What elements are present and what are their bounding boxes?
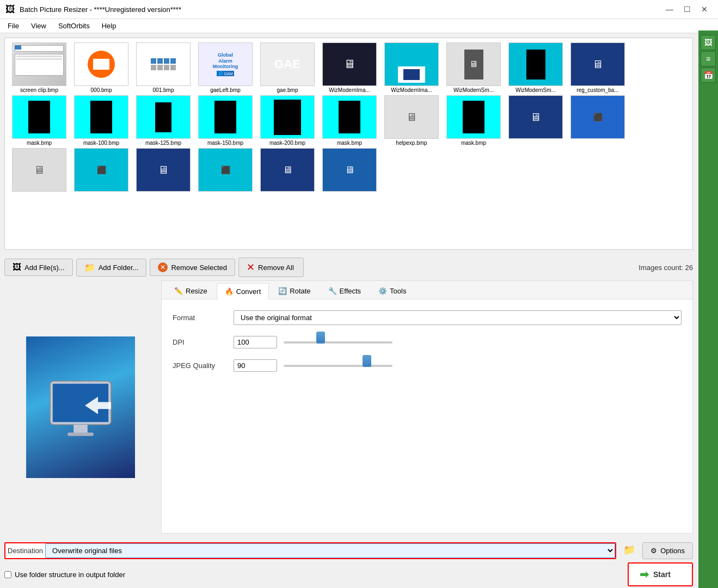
thumb-label: helpexp.bmp xyxy=(382,140,441,146)
bottom-row2: Use folder structure in output folder ➡ … xyxy=(4,562,693,586)
thumbnail-icon7[interactable]: 🖥 xyxy=(257,148,317,193)
tab-effects[interactable]: 🔧 Effects xyxy=(320,283,370,299)
thumbnail-icon8[interactable]: 🖥 xyxy=(320,148,379,193)
convert-label: Convert xyxy=(236,287,261,296)
thumb-label: mask-150.bmp xyxy=(195,140,255,146)
dpi-input[interactable] xyxy=(234,336,277,348)
thumbnail-mask-125[interactable]: mask-125.bmp xyxy=(133,95,193,146)
main-area: ✏️ Resize 🔥 Convert 🔄 Rotate 🔧 Effects xyxy=(0,280,697,538)
thumb-label: mask.bmp xyxy=(9,140,69,146)
remove-selected-button[interactable]: ✕ Remove Selected xyxy=(150,259,235,276)
thumbnail-helpexp[interactable]: 🖥 helpexp.bmp xyxy=(382,95,441,146)
thumbnail-mask2[interactable]: mask.bmp xyxy=(320,95,379,146)
convert-icon: 🔥 xyxy=(225,287,234,296)
jpeg-quality-label: JPEG Quality xyxy=(173,362,227,370)
thumbnail-wizmodern2[interactable]: WizModernIma... xyxy=(382,42,441,93)
remove-all-icon: ✕ xyxy=(247,261,255,273)
title-bar-controls: — ☐ ✕ xyxy=(661,3,713,15)
sidebar-icon-list[interactable]: ≡ xyxy=(701,51,716,66)
thumbnail-icon2[interactable]: ⬛ xyxy=(568,95,628,146)
dpi-slider-thumb[interactable] xyxy=(316,332,325,344)
start-button[interactable]: ➡ Start xyxy=(628,562,693,586)
start-icon: ➡ xyxy=(640,568,649,581)
destination-box: Destination Overwrite original files Sav… xyxy=(4,542,616,559)
format-select[interactable]: Use the original format BMP JPEG PNG GIF… xyxy=(234,310,682,325)
rotate-icon: 🔄 xyxy=(278,287,287,295)
thumb-label: screen clip.bmp xyxy=(9,87,69,93)
destination-folder-button[interactable]: 📁 xyxy=(619,542,639,558)
menu-help[interactable]: Help xyxy=(96,20,122,32)
jpeg-slider[interactable] xyxy=(284,360,392,372)
thumbnail-mask-100[interactable]: mask-100.bmp xyxy=(71,95,131,146)
thumbnail-gaeleft[interactable]: GlobalAlarmMonitoring 🌐GAM gaeLeft.bmp xyxy=(195,42,255,93)
destination-outer-row: Destination Overwrite original files Sav… xyxy=(4,542,693,559)
bottom-bar: Destination Overwrite original files Sav… xyxy=(0,538,697,588)
menu-bar: File View SoftOrbits Help xyxy=(0,19,718,33)
thumbnail-gae[interactable]: GAE gae.bmp xyxy=(257,42,317,93)
remove-all-label: Remove All xyxy=(258,264,294,272)
menu-softorbits[interactable]: SoftOrbits xyxy=(53,20,95,32)
images-count: Images count: 26 xyxy=(639,264,693,272)
tabs-row: ✏️ Resize 🔥 Convert 🔄 Rotate 🔧 Effects xyxy=(162,281,692,299)
jpeg-quality-input[interactable] xyxy=(234,359,277,372)
thumbnail-icon4[interactable]: ⬛ xyxy=(71,148,131,193)
dpi-row: DPI xyxy=(173,336,682,348)
tab-rotate[interactable]: 🔄 Rotate xyxy=(270,283,318,299)
dpi-slider[interactable] xyxy=(284,336,392,348)
tab-tools[interactable]: ⚙️ Tools xyxy=(370,283,414,299)
thumbnail-icon3[interactable]: 🖥 xyxy=(9,148,69,193)
thumbnail-icon1[interactable]: 🖥 xyxy=(506,95,566,146)
resize-label: Resize xyxy=(186,287,207,295)
thumbnail-icon6[interactable]: ⬛ xyxy=(195,148,255,193)
add-files-label: Add File(s)... xyxy=(24,264,65,272)
toolbar: 🖼 Add File(s)... 📁 Add Folder... ✕ Remov… xyxy=(0,254,697,280)
thumbnail-reg-custom[interactable]: 🖥 reg_custom_ba... xyxy=(568,42,628,93)
thumbnail-mask3[interactable]: mask.bmp xyxy=(444,95,504,146)
thumbnail-mask1[interactable]: mask.bmp xyxy=(9,95,69,146)
format-label: Format xyxy=(173,314,227,322)
menu-file[interactable]: File xyxy=(2,20,24,32)
tab-resize[interactable]: ✏️ Resize xyxy=(166,283,216,299)
thumbnail-icon5[interactable]: 🖥 xyxy=(133,148,193,193)
thumb-label: reg_custom_ba... xyxy=(568,87,628,93)
gear-icon: ⚙ xyxy=(651,547,657,555)
tools-label: Tools xyxy=(390,287,406,295)
thumbnail-wizmodern1[interactable]: 🖥 WizModernIma... xyxy=(320,42,379,93)
svg-rect-3 xyxy=(73,425,88,433)
jpeg-slider-container xyxy=(284,360,682,372)
options-button[interactable]: ⚙ Options xyxy=(642,542,693,559)
sidebar-icon-calendar[interactable]: 📅 xyxy=(701,68,716,83)
thumbnail-000[interactable]: 000.bmp xyxy=(71,42,131,93)
thumb-label: mask-100.bmp xyxy=(71,140,131,146)
add-files-icon: 🖼 xyxy=(13,262,21,272)
jpeg-quality-row: JPEG Quality xyxy=(173,359,682,372)
menu-view[interactable]: View xyxy=(26,20,52,32)
tab-convert[interactable]: 🔥 Convert xyxy=(217,283,269,299)
svg-rect-4 xyxy=(67,432,94,436)
resize-icon: ✏️ xyxy=(174,287,183,295)
thumb-label: mask-200.bmp xyxy=(257,140,317,146)
rotate-label: Rotate xyxy=(290,287,310,295)
image-panel: screen clip.bmp 000.bmp xyxy=(4,38,693,250)
thumbnail-mask-200[interactable]: mask-200.bmp xyxy=(257,95,317,146)
folder-structure-checkbox[interactable] xyxy=(4,571,11,578)
start-label: Start xyxy=(653,570,671,579)
thumbnail-wizmodernsm1[interactable]: 🖥 WizModernSm... xyxy=(444,42,504,93)
destination-select[interactable]: Overwrite original files Save to folder.… xyxy=(45,543,615,558)
close-button[interactable]: ✕ xyxy=(696,3,713,15)
thumbnail-mask-150[interactable]: mask-150.bmp xyxy=(195,95,255,146)
add-folder-button[interactable]: 📁 Add Folder... xyxy=(76,259,147,277)
thumbnail-001[interactable]: 001.bmp xyxy=(133,42,193,93)
thumb-label: 000.bmp xyxy=(71,87,131,93)
minimize-button[interactable]: — xyxy=(661,3,678,15)
sidebar-icon-image[interactable]: 🖼 xyxy=(701,35,716,50)
remove-all-button[interactable]: ✕ Remove All xyxy=(238,258,304,277)
jpeg-slider-thumb[interactable] xyxy=(363,355,371,367)
options-label: Options xyxy=(660,547,685,555)
preview-panel xyxy=(4,280,157,534)
add-folder-icon: 📁 xyxy=(84,262,95,273)
thumbnail-screen-clip[interactable]: screen clip.bmp xyxy=(9,42,69,93)
thumbnail-wizmodernsm2[interactable]: WizModernSm... xyxy=(506,42,566,93)
add-files-button[interactable]: 🖼 Add File(s)... xyxy=(4,259,73,276)
maximize-button[interactable]: ☐ xyxy=(679,3,695,15)
